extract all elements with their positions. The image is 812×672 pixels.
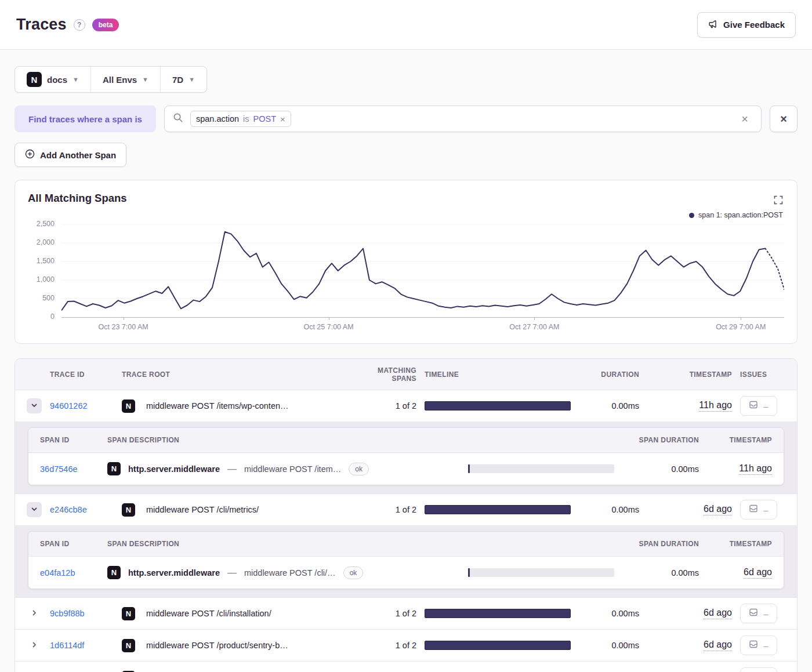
trace-id-link[interactable]: 94601262 <box>50 401 88 411</box>
trace-id-link[interactable]: 1d6114df <box>50 641 84 650</box>
trace-root-label: middleware POST /items/wp-conten… <box>146 401 289 411</box>
fullscreen-expand-icon[interactable] <box>774 195 783 207</box>
col-header-span-timestamp: TIMESTAMP <box>707 436 772 444</box>
col-header-duration: DURATION <box>579 370 639 379</box>
span-timestamp-value[interactable]: 11h ago <box>739 463 772 475</box>
search-icon <box>173 112 183 125</box>
x-axis-tick-label: Oct 25 7:00 AM <box>303 323 353 331</box>
duration-value: 0.00ms <box>579 401 639 411</box>
y-axis-tick-label: 1,500 <box>37 257 55 265</box>
trace-id-link[interactable]: e246cb8e <box>50 505 87 514</box>
expand-trace-button[interactable] <box>27 670 42 672</box>
filter-token-operator: is <box>243 114 249 123</box>
x-axis-tick-label: Oct 27 7:00 AM <box>509 323 559 331</box>
span-timeline-marker <box>468 568 470 577</box>
expanded-spans-section: SPAN ID SPAN DESCRIPTION SPAN DURATION T… <box>15 526 797 598</box>
span-id-link[interactable]: 36d7546e <box>40 464 78 474</box>
add-another-span-button[interactable]: Add Another Span <box>14 143 126 167</box>
chevron-down-icon <box>31 402 38 411</box>
x-axis: Oct 23 7:00 AMOct 25 7:00 AMOct 27 7:00 … <box>61 318 784 335</box>
issues-count-empty: – <box>763 609 768 619</box>
issues-button[interactable]: – <box>740 604 777 623</box>
issues-button[interactable]: – <box>740 500 777 520</box>
span-row: e04fa12b N http.server.middleware — midd… <box>28 557 784 589</box>
timeline-bar <box>425 609 571 618</box>
expand-trace-button[interactable] <box>27 638 42 653</box>
span-timestamp-value[interactable]: 6d ago <box>744 567 772 579</box>
find-traces-label: Find traces where a span is <box>14 106 156 132</box>
duration-value: 0.00ms <box>579 641 639 650</box>
chart-plot-area <box>61 224 784 318</box>
nextjs-project-icon: N <box>122 503 135 517</box>
nextjs-project-icon: N <box>122 639 135 652</box>
timestamp-value[interactable]: 11h ago <box>699 400 732 412</box>
collapse-trace-button[interactable] <box>27 398 42 413</box>
project-filter[interactable]: N docs ▼ <box>15 67 90 92</box>
trace-root-label: middleware POST /product/sentry-b… <box>146 641 288 650</box>
span-search-input[interactable]: span.action is POST × × <box>164 106 762 132</box>
clear-search-icon[interactable]: × <box>737 111 753 127</box>
issues-count-empty: – <box>763 641 768 651</box>
span-timeline-bar <box>468 568 614 577</box>
span-desc-separator: — <box>227 568 237 578</box>
span-query-row: Find traces where a span is span.action … <box>14 106 798 132</box>
span-table-header-row: SPAN ID SPAN DESCRIPTION SPAN DURATION T… <box>28 532 784 557</box>
page-title: Traces <box>16 16 67 34</box>
all-matching-spans-chart: All Matching Spans span 1: span.action:P… <box>14 180 798 344</box>
trace-row: 9cb9f88b N middleware POST /cli/installa… <box>15 598 797 630</box>
issues-button[interactable]: – <box>740 667 777 672</box>
col-header-span-duration: SPAN DURATION <box>622 540 699 548</box>
chevron-down-icon: ▼ <box>72 76 79 83</box>
timeline-bar <box>425 505 571 514</box>
duration-value: 0.00ms <box>579 505 639 514</box>
issues-icon <box>749 400 758 412</box>
page-filter-bar: N docs ▼ All Envs ▼ 7D ▼ <box>14 66 207 93</box>
issues-button[interactable]: – <box>740 396 777 416</box>
add-another-span-label: Add Another Span <box>40 150 116 160</box>
timestamp-value[interactable]: 6d ago <box>704 504 732 515</box>
col-header-span-description: SPAN DESCRIPTION <box>107 436 460 444</box>
filter-token-remove-icon[interactable]: × <box>280 115 285 123</box>
chart-legend: span 1: span.action:POST <box>689 211 783 219</box>
col-header-timestamp: TIMESTAMP <box>647 370 732 379</box>
timestamp-value[interactable]: 6d ago <box>704 640 732 651</box>
span-table-header-row: SPAN ID SPAN DESCRIPTION SPAN DURATION T… <box>28 428 784 453</box>
trace-row: 5b72a6bf N middleware POST /security-leg… <box>15 662 797 672</box>
date-range-filter[interactable]: 7D ▼ <box>160 67 206 92</box>
col-header-trace-root: TRACE ROOT <box>122 370 353 379</box>
trend-line-svg <box>61 224 784 317</box>
y-axis: 05001,0001,5002,0002,500 <box>28 224 61 318</box>
span-description-label: middleware POST /cli/… <box>244 568 336 577</box>
beta-badge: beta <box>92 19 119 31</box>
span-status-badge: ok <box>343 566 364 579</box>
give-feedback-button[interactable]: Give Feedback <box>697 12 796 38</box>
trace-row: 94601262 N middleware POST /items/wp-con… <box>15 390 797 422</box>
remove-span-row-button[interactable]: × <box>770 106 798 132</box>
issues-icon <box>749 504 758 515</box>
span-op-label: http.server.middleware <box>128 568 220 577</box>
col-header-issues: ISSUES <box>740 370 785 379</box>
y-axis-tick-label: 0 <box>50 313 55 321</box>
span-description-label: middleware POST /item… <box>244 464 341 474</box>
filter-token-span-action[interactable]: span.action is POST × <box>190 111 291 127</box>
collapse-trace-button[interactable] <box>27 502 42 517</box>
span-desc-separator: — <box>227 464 237 474</box>
timestamp-value[interactable]: 6d ago <box>704 608 732 619</box>
col-header-trace-id: TRACE ID <box>50 370 114 379</box>
span-row: 36d7546e N http.server.middleware — midd… <box>28 453 784 485</box>
expand-trace-button[interactable] <box>27 606 42 621</box>
help-icon[interactable]: ? <box>74 19 85 31</box>
span-timeline-bar <box>468 464 614 473</box>
col-header-span-duration: SPAN DURATION <box>622 436 699 444</box>
x-axis-tick-label: Oct 29 7:00 AM <box>716 323 766 331</box>
span-id-link[interactable]: e04fa12b <box>40 568 75 577</box>
traces-table: TRACE ID TRACE ROOT MATCHING SPANS TIMEL… <box>14 358 798 672</box>
nextjs-project-icon: N <box>122 607 135 620</box>
span-duration-value: 0.00ms <box>622 464 699 474</box>
environment-filter[interactable]: All Envs ▼ <box>90 67 160 92</box>
span-duration-value: 0.00ms <box>622 568 699 577</box>
issues-button[interactable]: – <box>740 635 777 655</box>
col-header-matching-spans: MATCHING SPANS <box>361 366 416 383</box>
col-header-timeline: TIMELINE <box>425 370 571 379</box>
trace-id-link[interactable]: 9cb9f88b <box>50 609 85 618</box>
